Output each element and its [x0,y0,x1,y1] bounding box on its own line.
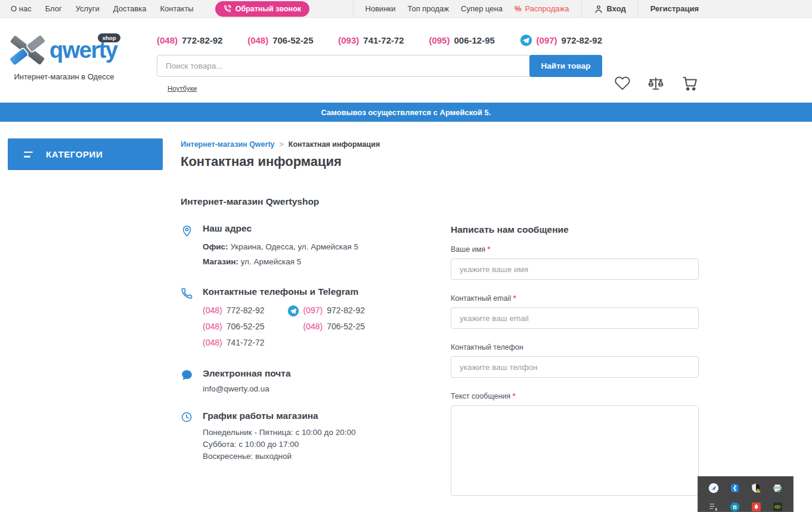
breadcrumb-current: Контактная информация [289,140,380,149]
name-field-group: Ваше имя * [451,245,699,280]
schedule-sunday: Воскресенье: выходной [203,451,356,462]
wishlist-heart-icon[interactable] [614,75,631,94]
phone-number: 772-82-92 [182,35,222,45]
store-heading: Интернет-магазин Qwertyshop [181,196,451,207]
location-pin-icon [181,223,195,269]
phone-icon [181,286,195,351]
name-input[interactable] [451,258,699,280]
bluetooth-icon[interactable] [729,482,740,494]
topbar-left-nav: О нас Блог Услуги Доставка Контакты [11,4,194,13]
logo-x-icon [9,33,46,67]
phone-input[interactable] [451,356,699,378]
flame-icon[interactable] [751,501,762,512]
windows-defender-icon[interactable] [751,482,762,494]
phone-label: Контактный телефон [451,343,699,351]
divider [353,0,354,18]
divider [581,0,582,18]
callback-button[interactable]: Обратный звонок [215,1,309,17]
message-field-group: Текст сообщения * [451,392,699,498]
printer-ok-icon[interactable] [772,482,783,494]
header-action-icons [614,75,699,94]
announcement-text: Самовывоз осуществляется с Армейской 5. [321,108,491,117]
browser-icon[interactable] [708,482,719,494]
search-button[interactable]: Найти товар [529,55,602,77]
main-column: Интернет-магазин Qwerty > Контактная инф… [181,138,699,512]
nav-sale[interactable]: % Распродажа [515,4,569,13]
header-phone[interactable]: (095)006-12-95 [429,35,494,45]
nav-about[interactable]: О нас [11,4,32,13]
header-phone[interactable]: (093)741-72-72 [338,35,404,45]
header-phones: (048)772-82-92 (048)706-52-25 (093)741-7… [157,33,602,47]
message-form: Написать нам сообщение Ваше имя * Контак… [451,196,699,512]
logo-shop-badge: shop [98,33,121,42]
required-asterisk: * [488,245,491,254]
app-b-icon[interactable]: B [729,501,740,512]
email-title: Электронная почта [203,368,291,379]
contact-phone[interactable]: (048)706-52-25 [287,319,365,335]
phones-column-1: (048)772-82-92 (048)706-52-25 (048)741-7… [203,303,265,351]
contact-phone[interactable]: (048)772-82-92 [203,303,265,319]
content: КАТЕГОРИИ Интернет-магазин Qwerty > Конт… [0,122,812,512]
search-input[interactable] [157,55,530,77]
address-shop: Магазин: ул. Армейская 5 [203,254,358,269]
phone-number: 006-12-95 [454,35,494,45]
logo[interactable]: qwerty shop Интернет-магазин в Одессе [9,33,119,103]
sidebar: КАТЕГОРИИ [8,138,163,512]
contact-phone[interactable]: (048)706-52-25 [203,319,265,335]
contact-phone-telegram[interactable]: (097)972-82-92 [287,303,365,319]
form-title: Написать нам сообщение [451,224,699,235]
phone-code: (048) [157,35,178,45]
phones-title: Контактные телефоны и Telegram [203,286,365,297]
nav-sale-label: Распродажа [525,4,569,13]
compare-scales-icon[interactable] [647,75,665,94]
phone-ring-icon [224,5,231,13]
phone-number: 741-72-72 [363,35,404,45]
page: О нас Блог Услуги Доставка Контакты Обра… [0,0,812,512]
message-textarea[interactable] [451,405,699,496]
nav-contacts[interactable]: Контакты [160,4,194,13]
callback-button-label: Обратный звонок [235,5,301,13]
email-address[interactable]: info@qwerty.od.ua [203,384,291,393]
chat-bubble-icon [181,368,195,393]
quick-link-laptops[interactable]: Ноутбуки [168,85,197,92]
schedule-weekdays: Понедельник - Пятница: с 10:00 до 20:00 [203,427,356,439]
contact-phone[interactable]: (048)741-72-72 [203,335,265,351]
header-phone-telegram[interactable]: (097)972-82-92 [520,34,602,47]
nav-super-price[interactable]: Супер цена [461,4,503,13]
email-input[interactable] [451,307,699,329]
contact-info-column: Интернет-магазин Qwertyshop Наш адрес Оф [181,196,451,512]
nvidia-icon[interactable] [772,501,783,512]
phone-field-group: Контактный телефон [451,343,699,378]
announcement-banner: Самовывоз осуществляется с Армейской 5. [0,103,812,122]
login-link[interactable]: Вход [594,4,626,14]
volume-mixer-icon[interactable] [708,501,719,512]
telegram-icon [520,34,532,47]
logo-tagline: Интернет-магазин в Одессе [9,72,119,81]
register-link[interactable]: Регистрация [650,4,699,13]
percent-icon: % [515,4,522,13]
nav-delivery[interactable]: Доставка [113,4,147,13]
header: qwerty shop Интернет-магазин в Одессе (0… [0,18,812,103]
phone-number: 706-52-25 [272,35,313,45]
nav-new[interactable]: Новинки [365,4,396,13]
system-tray-popup: B [698,476,794,512]
schedule-section: График работы магазина Понедельник - Пят… [181,411,451,462]
header-phone[interactable]: (048)772-82-92 [157,35,222,45]
search-bar: Найти товар [157,55,602,77]
categories-button[interactable]: КАТЕГОРИИ [8,138,163,170]
name-label: Ваше имя * [451,245,699,254]
breadcrumb-home[interactable]: Интернет-магазин Qwerty [181,140,275,149]
phone-code: (093) [338,35,359,45]
telegram-icon [287,305,299,317]
categories-label: КАТЕГОРИИ [46,149,103,159]
cart-icon[interactable] [681,75,699,94]
nav-blog[interactable]: Блог [45,4,62,13]
required-asterisk: * [513,294,516,303]
nav-services[interactable]: Услуги [76,4,100,13]
nav-top-sales[interactable]: Топ продаж [408,4,450,13]
header-phone[interactable]: (048)706-52-25 [247,35,313,45]
address-office: Офис: Украина, Одесса, ул. Армейская 5 [203,239,358,254]
phone-code: (048) [247,35,268,45]
breadcrumb: Интернет-магазин Qwerty > Контактная инф… [181,140,699,149]
header-main: (048)772-82-92 (048)706-52-25 (093)741-7… [157,33,602,103]
